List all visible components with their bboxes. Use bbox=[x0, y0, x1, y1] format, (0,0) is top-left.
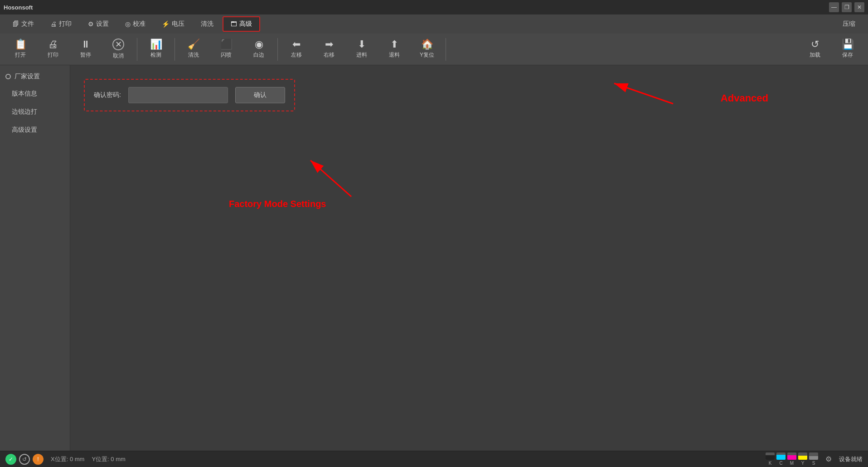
title-bar: Hosonsoft — ❐ ✕ bbox=[0, 0, 868, 14]
menu-voltage[interactable]: ⚡ 电压 bbox=[155, 17, 192, 31]
menu-clean[interactable]: 清洗 bbox=[194, 17, 221, 31]
confirm-button[interactable]: 确认 bbox=[235, 87, 285, 103]
ink-m: M bbox=[787, 453, 796, 466]
calibrate-icon: ◎ bbox=[125, 20, 131, 28]
y-position: Y位置: 0 mm bbox=[92, 455, 125, 463]
ink-s: S bbox=[809, 453, 818, 466]
svg-line-1 bbox=[614, 83, 673, 104]
toolbar-feedin[interactable]: ⬇ 进料 bbox=[346, 35, 378, 63]
clean-icon: 🧹 bbox=[188, 39, 200, 49]
toolbar-divider-3 bbox=[277, 38, 278, 61]
factory-mode-annotation-label: Factory Mode Settings bbox=[229, 199, 326, 209]
file-icon: 🗐 bbox=[13, 20, 19, 28]
sidebar-dot bbox=[5, 74, 11, 79]
open-icon: 📋 bbox=[15, 39, 27, 49]
advanced-icon: 🗔 bbox=[231, 20, 237, 28]
close-button[interactable]: ✕ bbox=[854, 2, 864, 12]
menu-print[interactable]: 🖨 打印 bbox=[43, 17, 79, 31]
whiteedge-icon: ◉ bbox=[255, 39, 263, 49]
toolbar-print[interactable]: 🖨 打印 bbox=[37, 35, 69, 63]
sidebar-item-sharpen[interactable]: 边锐边打 bbox=[3, 103, 67, 120]
toolbar-divider-4 bbox=[446, 38, 446, 61]
password-label: 确认密码: bbox=[94, 91, 121, 99]
toolbar-yreset[interactable]: 🏠 Y复位 bbox=[411, 35, 443, 63]
print-toolbar-icon: 🖨 bbox=[48, 39, 58, 49]
toolbar: 📋 打开 🖨 打印 ⏸ 暂停 ✕ 取消 📊 检测 🧹 清洗 ⬛ 闪喷 ◉ 白边 … bbox=[0, 34, 868, 65]
ink-c: C bbox=[776, 453, 786, 466]
toolbar-save[interactable]: 💾 保存 bbox=[832, 35, 863, 63]
app-title: Hosonsoft bbox=[4, 4, 33, 11]
toolbar-clean[interactable]: 🧹 清洗 bbox=[178, 35, 209, 63]
ink-k: K bbox=[766, 453, 775, 466]
status-circle-gray: ↺ bbox=[19, 454, 30, 465]
annotation-overlay bbox=[70, 65, 868, 451]
toolbar-moveleft[interactable]: ⬅ 左移 bbox=[281, 35, 312, 63]
toolbar-pause[interactable]: ⏸ 暂停 bbox=[70, 35, 102, 63]
x-position: X位置: 0 mm bbox=[51, 455, 84, 463]
restore-button[interactable]: ❐ bbox=[842, 2, 852, 12]
menu-bar: 🗐 文件 🖨 打印 ⚙ 设置 ◎ 校准 ⚡ 电压 清洗 🗔 高级 压缩 bbox=[0, 14, 868, 34]
feedin-icon: ⬇ bbox=[358, 39, 366, 49]
status-circle-green: ✓ bbox=[5, 454, 16, 465]
load-icon: ↺ bbox=[811, 39, 819, 49]
toolbar-open[interactable]: 📋 打开 bbox=[5, 35, 36, 63]
sidebar-item-version[interactable]: 版本信息 bbox=[3, 85, 67, 102]
voltage-icon: ⚡ bbox=[162, 20, 170, 28]
menu-settings[interactable]: ⚙ 设置 bbox=[81, 17, 116, 31]
status-icons: ✓ ↺ ! bbox=[5, 454, 44, 465]
gear-icon[interactable]: ⚙ bbox=[825, 455, 832, 463]
status-bar: ✓ ↺ ! X位置: 0 mm Y位置: 0 mm K C M bbox=[0, 451, 868, 467]
toolbar-moveright[interactable]: ➡ 右移 bbox=[313, 35, 345, 63]
password-input[interactable] bbox=[128, 87, 228, 103]
toolbar-divider-1 bbox=[137, 38, 137, 61]
toolbar-divider-2 bbox=[175, 38, 175, 61]
content-area: 确认密码: 确认 Advanced Factory Mode Settings bbox=[70, 65, 868, 451]
sidebar-item-advanced-settings[interactable]: 高级设置 bbox=[3, 121, 67, 139]
sidebar: 厂家设置 版本信息 边锐边打 高级设置 bbox=[0, 65, 70, 451]
toolbar-detect[interactable]: 📊 检测 bbox=[140, 35, 172, 63]
menu-advanced[interactable]: 🗔 高级 bbox=[223, 16, 260, 32]
minimize-button[interactable]: — bbox=[829, 2, 839, 12]
detect-icon: 📊 bbox=[150, 39, 162, 49]
main-layout: 厂家设置 版本信息 边锐边打 高级设置 确认密码: 确认 bbox=[0, 65, 868, 451]
status-circle-orange: ! bbox=[33, 454, 44, 465]
menu-calibrate[interactable]: ◎ 校准 bbox=[118, 17, 153, 31]
toolbar-load[interactable]: ↺ 加载 bbox=[799, 35, 831, 63]
device-status: 设备就绪 bbox=[839, 455, 863, 463]
flash-icon: ⬛ bbox=[220, 39, 233, 49]
menu-compress[interactable]: 压缩 bbox=[835, 17, 863, 31]
sidebar-header: 厂家设置 bbox=[0, 69, 70, 84]
cancel-icon: ✕ bbox=[112, 39, 124, 50]
toolbar-flash[interactable]: ⬛ 闪喷 bbox=[210, 35, 242, 63]
toolbar-whiteedge[interactable]: ◉ 白边 bbox=[243, 35, 275, 63]
ink-y: Y bbox=[798, 453, 807, 466]
factory-settings-box: 确认密码: 确认 bbox=[84, 79, 295, 111]
save-icon: 💾 bbox=[842, 39, 854, 49]
settings-icon: ⚙ bbox=[88, 20, 94, 28]
yreset-icon: 🏠 bbox=[421, 39, 433, 49]
moveleft-icon: ⬅ bbox=[292, 39, 301, 49]
advanced-annotation-label: Advanced bbox=[721, 92, 768, 104]
ink-levels: K C M Y S bbox=[766, 453, 818, 466]
print-icon: 🖨 bbox=[50, 20, 57, 28]
menu-file[interactable]: 🗐 文件 bbox=[5, 17, 41, 31]
toolbar-cancel[interactable]: ✕ 取消 bbox=[102, 35, 134, 63]
svg-line-2 bbox=[310, 160, 351, 197]
pause-icon: ⏸ bbox=[81, 39, 91, 49]
toolbar-feedout[interactable]: ⬆ 退料 bbox=[378, 35, 410, 63]
moveright-icon: ➡ bbox=[325, 39, 333, 49]
window-controls: — ❐ ✕ bbox=[829, 2, 864, 12]
feedout-icon: ⬆ bbox=[390, 39, 398, 49]
